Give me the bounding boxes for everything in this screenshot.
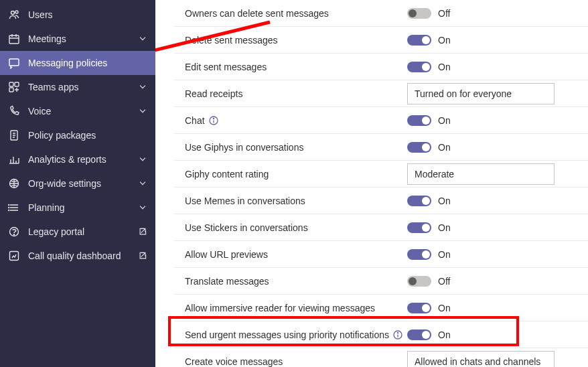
users-icon	[8, 9, 20, 21]
setting-label: Giphy content rating	[174, 169, 407, 179]
dropdown-select[interactable]: Moderate	[407, 163, 555, 185]
setting-row: Read receiptsTurned on for everyone	[174, 80, 588, 107]
setting-control: Off	[407, 276, 588, 287]
info-icon[interactable]	[393, 330, 402, 340]
setting-row: Create voice messagesAllowed in chats an…	[174, 348, 588, 367]
setting-control: On	[407, 329, 588, 340]
setting-label: Delete sent messages	[174, 35, 407, 46]
setting-label-text: Giphy content rating	[185, 169, 269, 179]
toggle-switch[interactable]	[407, 276, 431, 287]
sidebar-item-label: Planning	[28, 202, 138, 213]
setting-label: Edit sent messages	[174, 62, 407, 72]
setting-label-text: Delete sent messages	[185, 35, 278, 46]
sidebar-item-label: Voice	[28, 106, 138, 117]
legacy-icon	[8, 226, 20, 238]
setting-label-text: Read receipts	[185, 88, 242, 99]
dropdown-select[interactable]: Turned on for everyone	[407, 83, 555, 104]
sidebar-item-label: Legacy portal	[28, 226, 134, 237]
sidebar: UsersMeetingsMessaging policiesTeams app…	[0, 0, 155, 367]
apps-icon	[8, 81, 20, 93]
info-icon[interactable]	[209, 116, 218, 125]
toggle-state-text: On	[438, 222, 451, 233]
setting-label-text: Translate messages	[185, 276, 269, 287]
sidebar-item-meetings[interactable]: Meetings	[0, 27, 155, 51]
toggle-state-text: On	[438, 196, 451, 206]
sidebar-item-label: Messaging policies	[28, 58, 147, 68]
sidebar-item-label: Call quality dashboard	[28, 250, 134, 261]
sidebar-item-policy[interactable]: Policy packages	[0, 123, 155, 147]
toggle-knob	[422, 63, 430, 71]
toggle-knob	[422, 224, 430, 232]
sidebar-item-analytics[interactable]: Analytics & reports	[0, 147, 155, 171]
setting-row: Translate messagesOff	[174, 268, 588, 295]
toggle-switch[interactable]	[407, 303, 431, 313]
sidebar-item-label: Users	[28, 9, 147, 20]
setting-label-text: Send urgent messages using priority noti…	[185, 329, 389, 340]
toggle-knob	[409, 277, 417, 285]
sidebar-item-apps[interactable]: Teams apps	[0, 75, 155, 99]
toggle-state-text: Off	[438, 276, 450, 287]
setting-control: On	[407, 303, 588, 313]
toggle-switch[interactable]	[407, 196, 431, 206]
setting-control: On	[407, 35, 588, 46]
setting-label-text: Allow immersive reader for viewing messa…	[185, 303, 375, 313]
toggle-switch[interactable]	[407, 329, 431, 340]
toggle-knob	[422, 197, 430, 205]
toggle-knob	[422, 250, 430, 259]
sidebar-item-planning[interactable]: Planning	[0, 196, 155, 220]
setting-row: ChatOn	[174, 107, 588, 134]
toggle-state-text: On	[438, 62, 451, 72]
toggle-switch[interactable]	[407, 142, 431, 153]
setting-label-text: Edit sent messages	[185, 62, 267, 72]
sidebar-item-org[interactable]: Org-wide settings	[0, 171, 155, 196]
setting-row: Use Stickers in conversationsOn	[174, 214, 588, 241]
setting-row: Use Giphys in conversationsOn	[174, 134, 588, 161]
toggle-switch[interactable]	[407, 115, 431, 126]
setting-label: Use Memes in conversations	[174, 196, 407, 206]
setting-label: Use Giphys in conversations	[174, 142, 407, 153]
toggle-switch[interactable]	[407, 222, 431, 233]
toggle-switch[interactable]	[407, 35, 431, 46]
setting-row: Delete sent messagesOn	[174, 27, 588, 54]
setting-label-text: Use Stickers in conversations	[185, 222, 308, 233]
sidebar-item-messaging[interactable]: Messaging policies	[0, 51, 155, 75]
chevron-down-icon	[138, 82, 147, 92]
setting-row: Edit sent messagesOn	[174, 54, 588, 80]
toggle-state-text: On	[438, 142, 451, 153]
toggle-state-text: On	[438, 35, 451, 46]
setting-control: Off	[407, 8, 588, 19]
sidebar-item-voice[interactable]: Voice	[0, 99, 155, 123]
toggle-knob	[422, 331, 430, 339]
external-link-icon	[138, 227, 147, 236]
setting-label-text: Owners can delete sent messages	[185, 8, 329, 19]
dropdown-value: Turned on for everyone	[415, 88, 512, 99]
sidebar-item-label: Policy packages	[28, 130, 147, 141]
toggle-switch[interactable]	[407, 8, 431, 19]
setting-row: Allow URL previewsOn	[174, 241, 588, 268]
sidebar-item-legacy[interactable]: Legacy portal	[0, 220, 155, 244]
sidebar-item-quality[interactable]: Call quality dashboard	[0, 244, 155, 268]
setting-control: On	[407, 142, 588, 153]
dropdown-value: Moderate	[415, 169, 454, 179]
setting-label: Chat	[174, 115, 407, 126]
toggle-state-text: On	[438, 249, 451, 260]
dropdown-value: Allowed in chats and channels	[415, 356, 540, 367]
analytics-icon	[8, 153, 20, 165]
dropdown-select[interactable]: Allowed in chats and channels	[407, 351, 555, 368]
sidebar-item-users[interactable]: Users	[0, 3, 155, 27]
setting-row: Owners can delete sent messagesOff	[174, 0, 588, 27]
setting-label: Send urgent messages using priority noti…	[174, 329, 407, 340]
setting-label-text: Use Giphys in conversations	[185, 142, 303, 153]
setting-control: On	[407, 249, 588, 260]
toggle-switch[interactable]	[407, 249, 431, 260]
toggle-knob	[409, 9, 417, 17]
setting-control: On	[407, 222, 588, 233]
settings-list: Owners can delete sent messagesOffDelete…	[174, 0, 588, 367]
setting-control: Allowed in chats and channels	[407, 351, 588, 368]
toggle-switch[interactable]	[407, 62, 431, 72]
toggle-knob	[422, 304, 430, 312]
toggle-knob	[422, 36, 430, 44]
setting-label-text: Create voice messages	[185, 356, 283, 367]
setting-label-text: Use Memes in conversations	[185, 196, 305, 206]
setting-control: On	[407, 115, 588, 126]
